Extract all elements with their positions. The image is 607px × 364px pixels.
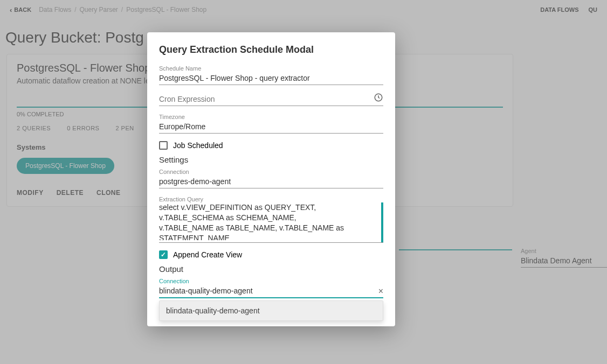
- dropdown-option[interactable]: blindata-quality-demo-agent: [160, 301, 383, 320]
- modal-title: Query Extraction Schedule Modal: [159, 44, 383, 55]
- settings-heading: Settings: [159, 155, 383, 164]
- connection-dropdown: blindata-quality-demo-agent: [159, 300, 383, 321]
- job-scheduled-checkbox[interactable]: [159, 141, 168, 150]
- schedule-modal: Query Extraction Schedule Modal Schedule…: [147, 32, 395, 326]
- schedule-name-label: Schedule Name: [159, 65, 383, 72]
- output-connection-input[interactable]: [159, 284, 383, 298]
- job-scheduled-label: Job Scheduled: [173, 141, 223, 150]
- output-connection-label: Connection: [159, 278, 383, 284]
- extraction-query-label: Extraction Query: [159, 196, 383, 202]
- schedule-name-input[interactable]: [159, 72, 383, 85]
- append-create-view-checkbox[interactable]: [159, 250, 168, 259]
- extraction-query-textarea[interactable]: select v.VIEW_DEFINITION as QUERY_TEXT, …: [159, 202, 383, 240]
- timezone-input[interactable]: [159, 120, 383, 134]
- append-create-view-label: Append Create View: [173, 250, 242, 259]
- clock-icon[interactable]: [374, 93, 383, 104]
- scrollbar[interactable]: [381, 202, 383, 242]
- timezone-label: Timezone: [159, 114, 383, 120]
- cron-expression-input[interactable]: [159, 93, 383, 106]
- connection-input[interactable]: [159, 175, 383, 188]
- connection-label: Connection: [159, 169, 383, 175]
- output-heading: Output: [159, 264, 383, 274]
- clear-icon[interactable]: ×: [378, 286, 383, 296]
